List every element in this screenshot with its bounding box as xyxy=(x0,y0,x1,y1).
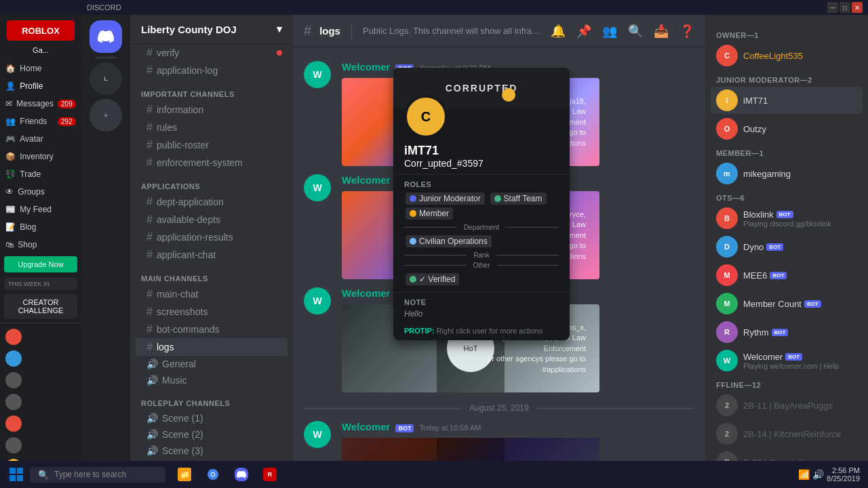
roblox-nav-trade[interactable]: 💱 Trade xyxy=(0,165,81,183)
speaker-icon: 🔊 xyxy=(146,429,158,440)
channel-item-bot-commands[interactable]: # bot-commands xyxy=(136,321,288,338)
section-roleplay: Roleplay Channels xyxy=(130,388,293,410)
channel-item-rules[interactable]: # rules xyxy=(136,119,288,136)
channel-item-scene-1[interactable]: 🔊 Scene (1) xyxy=(136,410,288,426)
roblox-nav-friends[interactable]: 👥 Friends 292 xyxy=(0,113,81,130)
server-divider xyxy=(95,57,117,58)
speaker-icon: 🔊 xyxy=(146,413,158,424)
taskbar-roblox[interactable]: R xyxy=(256,465,283,484)
roblox-nav-shop[interactable]: 🛍 Shop xyxy=(0,236,81,253)
roblox-nav-feed[interactable]: 📰 My Feed xyxy=(0,201,81,218)
taskbar-chrome[interactable] xyxy=(199,465,226,484)
profile-username: iMT71 xyxy=(404,144,559,158)
channel-item-public-roster[interactable]: # public-roster xyxy=(136,136,288,154)
inbox-icon[interactable]: 📥 xyxy=(654,24,669,39)
roblox-avatar-1 xyxy=(0,326,81,348)
svg-point-2 xyxy=(212,473,214,476)
roblox-nav-inventory[interactable]: 📦 Inventory xyxy=(0,148,81,165)
channel-item-application-log[interactable]: # application-log xyxy=(136,62,288,79)
channel-item-verify[interactable]: # verify xyxy=(136,44,288,62)
channel-item-application-results[interactable]: # application-results xyxy=(136,228,288,246)
hash-icon: # xyxy=(146,231,153,243)
date-divider: August 25, 2019 xyxy=(293,398,705,418)
channel-item-music-voice[interactable]: 🔊 Music xyxy=(136,372,288,388)
member-item-mikegaming[interactable]: m mikegaming xyxy=(711,160,863,187)
taskbar-discord[interactable] xyxy=(228,465,255,484)
member-section-offline: FFLINE—12 xyxy=(711,375,863,392)
member-avatar: m xyxy=(716,163,738,184)
channel-list: Liberty County DOJ ▾ # verify # applicat… xyxy=(130,15,293,488)
channel-item-information[interactable]: # information xyxy=(136,101,288,119)
member-item-imt71[interactable]: i iMT71 xyxy=(711,87,863,114)
channel-item-enforcement-system[interactable]: # enforcement-system xyxy=(136,154,288,171)
hash-icon: # xyxy=(146,249,153,261)
search-icon[interactable]: 🔍 xyxy=(628,24,643,39)
member-item-dyno[interactable]: D Dyno BOT xyxy=(711,233,863,260)
bot-badge: BOT xyxy=(785,353,802,361)
roblox-avatar-3 xyxy=(0,369,81,391)
minimize-button[interactable]: ─ xyxy=(827,2,838,13)
message-author: Welcomer xyxy=(342,61,390,73)
hash-icon: # xyxy=(146,47,153,59)
start-button[interactable] xyxy=(3,461,30,488)
roblox-nav-messages[interactable]: ✉ Messages 209 xyxy=(0,95,81,113)
message-image: Hello, eNitaja18,If you wish to apply fo… xyxy=(342,438,613,462)
member-item-coffeelight[interactable]: C CoffeeLight535 xyxy=(711,42,863,69)
member-item-outzy[interactable]: O Outzy xyxy=(711,115,863,142)
role-divider-department: Department xyxy=(404,224,559,231)
avatar-icon xyxy=(5,350,22,367)
message-author: Welcomer xyxy=(342,174,390,186)
channel-item-scene-2[interactable]: 🔊 Scene (2) xyxy=(136,426,288,443)
roblox-avatar-5 xyxy=(0,413,81,434)
notification-bell-icon[interactable]: 🔔 xyxy=(551,24,566,39)
roblox-nav-groups[interactable]: 👁 Groups xyxy=(0,183,81,201)
roblox-nav-home[interactable]: 🏠 Home xyxy=(0,60,81,77)
member-name: 2B-14 | KitchenReinforce xyxy=(743,429,841,439)
server-icon-1[interactable]: L xyxy=(90,62,122,95)
roblox-nav-profile[interactable]: 👤 Profile xyxy=(0,77,81,95)
member-item-offline-2[interactable]: 2 2B-14 | KitchenReinforce xyxy=(711,420,863,447)
member-item-bloxlink[interactable]: B Bloxlink BOT Playing discord.gg/bloxli… xyxy=(711,205,863,232)
profile-tag: Corr_upted_#3597 xyxy=(404,158,559,169)
channel-item-applicant-chat[interactable]: # applicant-chat xyxy=(136,246,288,264)
server-header[interactable]: Liberty County DOJ ▾ xyxy=(130,15,293,44)
channel-item-available-depts[interactable]: # available-depts xyxy=(136,211,288,228)
taskbar-items: 📁 R xyxy=(171,465,798,484)
app-container: ROBLOX Ga... 🏠 Home 👤 Profile ✉ Messages… xyxy=(0,15,868,488)
channel-item-dept-application[interactable]: # dept-application xyxy=(136,193,288,211)
roblox-nav-avatar[interactable]: 🎮 Avatar xyxy=(0,130,81,148)
speaker-icon: 🔊 xyxy=(146,359,158,369)
help-icon[interactable]: ❓ xyxy=(679,24,694,39)
member-item-welcomer[interactable]: W Welcomer BOT Playing welcomer.com | He… xyxy=(711,347,863,374)
taskbar: 🔍 Type here to search 📁 R 📶 🔊 xyxy=(0,461,868,488)
role-divider-rank: Rank xyxy=(404,251,559,259)
channel-item-screenshots[interactable]: # screenshots xyxy=(136,303,288,321)
member-item-rythm[interactable]: R Rythm BOT xyxy=(711,319,863,346)
taskbar-search[interactable]: 🔍 Type here to search xyxy=(30,467,165,483)
window-titlebar: DISCORD ─ □ ✕ xyxy=(81,0,868,15)
channel-item-logs[interactable]: # logs xyxy=(136,338,288,356)
server-icon-2[interactable]: + xyxy=(90,99,122,131)
roblox-username: Ga... xyxy=(33,46,49,54)
member-item-mee6[interactable]: M MEE6 BOT xyxy=(711,262,863,289)
pin-icon[interactable]: 📌 xyxy=(576,24,591,39)
members-icon[interactable]: 👥 xyxy=(602,24,617,39)
roblox-logo[interactable]: ROBLOX xyxy=(7,20,75,41)
channel-item-scene-3[interactable]: 🔊 Scene (3) xyxy=(136,443,288,459)
roblox-nav-blog[interactable]: 📝 Blog xyxy=(0,218,81,236)
channel-item-main-chat[interactable]: # main-chat xyxy=(136,285,288,303)
upgrade-button[interactable]: Upgrade Now xyxy=(4,256,77,272)
member-avatar: M xyxy=(716,264,738,286)
server-icon-discord[interactable] xyxy=(90,20,122,53)
member-item-offline-1[interactable]: 2 2B-11 | BayAreaPuggs xyxy=(711,392,863,419)
note-text: Hello xyxy=(404,309,559,319)
close-button[interactable]: ✕ xyxy=(852,2,863,13)
maximize-button[interactable]: □ xyxy=(840,2,850,13)
taskbar-file-explorer[interactable]: 📁 xyxy=(171,465,198,484)
avatar-icon xyxy=(5,415,22,432)
creator-challenge[interactable]: CREATOR CHALLENGE xyxy=(4,294,77,319)
member-item-member-count[interactable]: M Member Count BOT xyxy=(711,290,863,317)
channel-item-general-voice[interactable]: 🔊 General xyxy=(136,356,288,372)
channel-description: Public Logs. This channel will show all … xyxy=(363,26,542,36)
roblox-avatar-4 xyxy=(0,391,81,413)
